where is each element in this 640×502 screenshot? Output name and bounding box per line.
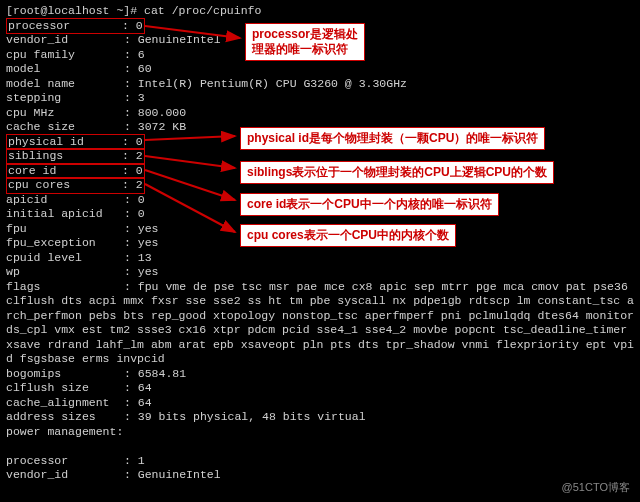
value: 3072 KB — [138, 120, 186, 133]
value: 60 — [138, 62, 152, 75]
watermark: @51CTO博客 — [562, 480, 630, 495]
label: clflush size — [6, 381, 124, 396]
label: flags — [6, 280, 124, 295]
row-stepping: stepping: 3 — [6, 91, 634, 106]
value: 3 — [138, 91, 145, 104]
value: 39 bits physical, 48 bits virtual — [138, 410, 366, 423]
label: bogomips — [6, 367, 124, 382]
row-flags: flags: fpu vme de pse tsc msr pae mce cx… — [6, 280, 634, 367]
label: processor — [6, 454, 124, 469]
label: cache_alignment — [6, 396, 124, 411]
label: cpu family — [6, 48, 124, 63]
value: 0 — [138, 207, 145, 220]
annotation-processor: processor是逻辑处 理器的唯一标识符 — [245, 23, 365, 61]
label: vendor_id — [6, 33, 124, 48]
annotation-physical-id: physical id是每个物理封装（一颗CPU）的唯一标识符 — [240, 127, 545, 150]
value: GenuineIntel — [138, 468, 221, 481]
value: 6 — [138, 48, 145, 61]
row-processor-2: processor: 1 — [6, 454, 634, 469]
value: yes — [138, 236, 159, 249]
label: address sizes — [6, 410, 124, 425]
value: 1 — [138, 454, 145, 467]
value: 0 — [136, 135, 143, 150]
row-power-management: power management: — [6, 425, 634, 440]
value: GenuineIntel — [138, 33, 221, 46]
row-wp: wp: yes — [6, 265, 634, 280]
label: fpu_exception — [6, 236, 124, 251]
label: cache size — [6, 120, 124, 135]
label: cpuid level — [6, 251, 124, 266]
label: fpu — [6, 222, 124, 237]
value: 2 — [136, 149, 143, 164]
label: power management: — [6, 425, 123, 438]
label: stepping — [6, 91, 124, 106]
blank-line — [6, 439, 634, 454]
label: cpu MHz — [6, 106, 124, 121]
row-model-name: model name: Intel(R) Pentium(R) CPU G326… — [6, 77, 634, 92]
annotation-cpu-cores: cpu cores表示一个CPU中的内核个数 — [240, 224, 456, 247]
value: 6584.81 — [138, 367, 186, 380]
row-bogomips: bogomips: 6584.81 — [6, 367, 634, 382]
value: 0 — [136, 19, 143, 34]
label: vendor_id — [6, 468, 124, 483]
row-model: model: 60 — [6, 62, 634, 77]
value: yes — [138, 265, 159, 278]
label: core id — [8, 164, 122, 179]
label: initial apicid — [6, 207, 124, 222]
value: 800.000 — [138, 106, 186, 119]
row-clflush-size: clflush size: 64 — [6, 381, 634, 396]
label: model name — [6, 77, 124, 92]
value: Intel(R) Pentium(R) CPU G3260 @ 3.30GHz — [138, 77, 407, 90]
label: processor — [8, 19, 122, 34]
value: 2 — [136, 178, 143, 193]
value: 13 — [138, 251, 152, 264]
row-cpuid-level: cpuid level: 13 — [6, 251, 634, 266]
row-address-sizes: address sizes: 39 bits physical, 48 bits… — [6, 410, 634, 425]
value: 64 — [138, 396, 152, 409]
label: apicid — [6, 193, 124, 208]
label: cpu cores — [8, 178, 122, 193]
value: 0 — [138, 193, 145, 206]
row-vendor-id-2: vendor_id: GenuineIntel — [6, 468, 634, 483]
value: 0 — [136, 164, 143, 179]
row-cpu-mhz: cpu MHz: 800.000 — [6, 106, 634, 121]
value: yes — [138, 222, 159, 235]
label: wp — [6, 265, 124, 280]
label: model — [6, 62, 124, 77]
label: siblings — [8, 149, 122, 164]
row-cache-alignment: cache_alignment: 64 — [6, 396, 634, 411]
annotation-core-id: core id表示一个CPU中一个内核的唯一标识符 — [240, 193, 499, 216]
label: physical id — [8, 135, 122, 150]
value: 64 — [138, 381, 152, 394]
terminal-prompt: [root@localhost ~]# cat /proc/cpuinfo — [6, 4, 634, 19]
annotation-siblings: siblings表示位于一个物理封装的CPU上逻辑CPU的个数 — [240, 161, 554, 184]
